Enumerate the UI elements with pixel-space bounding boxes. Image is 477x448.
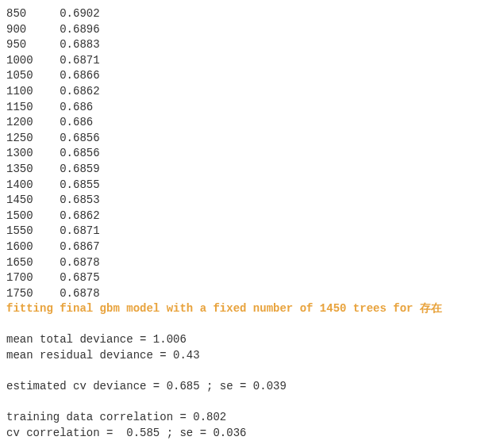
cv-deviance-block: estimated cv deviance = 0.685 ; se = 0.0…: [6, 379, 471, 395]
iteration-row: 1700 0.6875: [6, 270, 471, 286]
estimated-cv-deviance: estimated cv deviance = 0.685 ; se = 0.0…: [6, 379, 471, 395]
iteration-row: 1500 0.6862: [6, 209, 471, 224]
iteration-row: 1350 0.6859: [6, 162, 471, 178]
iteration-row: 1150 0.686: [6, 100, 471, 116]
iteration-row: 900 0.6896: [6, 22, 471, 38]
training-correlation: training data correlation = 0.802: [6, 410, 471, 426]
iteration-row: 950 0.6883: [6, 37, 471, 53]
iteration-row: 1600 0.6867: [6, 239, 471, 255]
iteration-list: 850 0.6902900 0.6896950 0.68831000 0.687…: [6, 6, 471, 301]
iteration-row: 1300 0.6856: [6, 146, 471, 162]
iteration-row: 1050 0.6866: [6, 68, 471, 84]
fitting-final-line: fitting final gbm model with a fixed num…: [6, 301, 471, 317]
iteration-row: 1250 0.6856: [6, 131, 471, 147]
iteration-row: 1000 0.6871: [6, 53, 471, 69]
iteration-row: 850 0.6902: [6, 6, 471, 22]
iteration-row: 1550 0.6871: [6, 224, 471, 239]
iteration-row: 1450 0.6853: [6, 193, 471, 209]
iteration-row: 1100 0.6862: [6, 84, 471, 100]
mean-total-deviance: mean total deviance = 1.006: [6, 332, 471, 348]
iteration-row: 1650 0.6878: [6, 255, 471, 271]
iteration-row: 1200 0.686: [6, 115, 471, 131]
cv-correlation: cv correlation = 0.585 ; se = 0.036: [6, 426, 471, 442]
correlation-block: training data correlation = 0.802 cv cor…: [6, 410, 471, 441]
console-output: 850 0.6902900 0.6896950 0.68831000 0.687…: [6, 6, 471, 448]
iteration-row: 1750 0.6878: [6, 286, 471, 302]
deviance-block: mean total deviance = 1.006 mean residua…: [6, 332, 471, 363]
mean-residual-deviance: mean residual deviance = 0.43: [6, 348, 471, 364]
iteration-row: 1400 0.6855: [6, 178, 471, 193]
